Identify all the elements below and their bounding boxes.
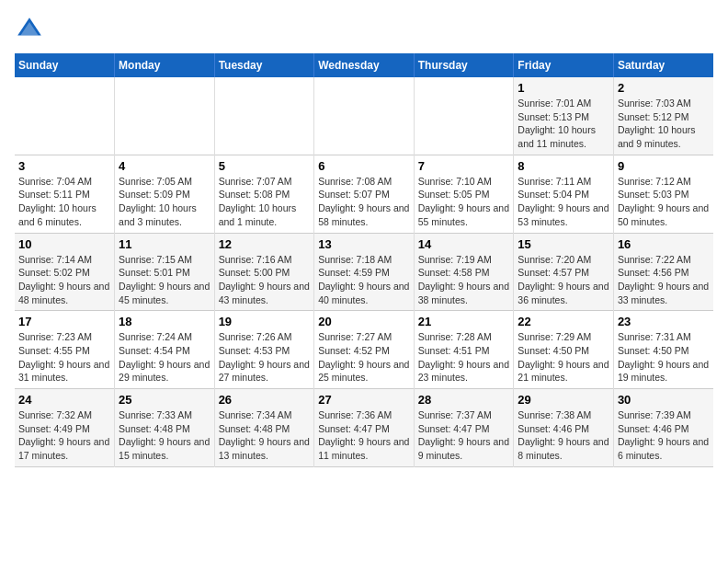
calendar-cell [414, 77, 514, 155]
day-info: Sunrise: 7:29 AM Sunset: 4:50 PM Dayligh… [518, 330, 609, 385]
calendar-week-row: 24Sunrise: 7:32 AM Sunset: 4:49 PM Dayli… [15, 389, 713, 467]
calendar-cell: 22Sunrise: 7:29 AM Sunset: 4:50 PM Dayli… [514, 311, 614, 389]
day-info: Sunrise: 7:08 AM Sunset: 5:07 PM Dayligh… [318, 175, 410, 229]
day-info: Sunrise: 7:36 AM Sunset: 4:47 PM Dayligh… [318, 408, 410, 463]
calendar-body: 1Sunrise: 7:01 AM Sunset: 5:13 PM Daylig… [15, 77, 713, 466]
day-number: 19 [219, 315, 311, 328]
day-info: Sunrise: 7:31 AM Sunset: 4:50 PM Dayligh… [618, 330, 710, 385]
day-number: 9 [618, 159, 710, 173]
day-info: Sunrise: 7:19 AM Sunset: 4:58 PM Dayligh… [418, 253, 510, 307]
calendar-week-row: 10Sunrise: 7:14 AM Sunset: 5:02 PM Dayli… [15, 233, 713, 311]
calendar-cell: 4Sunrise: 7:05 AM Sunset: 5:09 PM Daylig… [115, 155, 215, 233]
day-info: Sunrise: 7:20 AM Sunset: 4:57 PM Dayligh… [518, 253, 609, 307]
calendar-cell: 7Sunrise: 7:10 AM Sunset: 5:05 PM Daylig… [414, 155, 514, 233]
day-number: 23 [618, 315, 710, 328]
calendar-week-row: 3Sunrise: 7:04 AM Sunset: 5:11 PM Daylig… [15, 155, 713, 233]
day-info: Sunrise: 7:26 AM Sunset: 4:53 PM Dayligh… [219, 330, 311, 385]
calendar-cell [115, 77, 215, 155]
calendar-cell: 18Sunrise: 7:24 AM Sunset: 4:54 PM Dayli… [115, 311, 215, 389]
calendar-cell: 19Sunrise: 7:26 AM Sunset: 4:53 PM Dayli… [214, 311, 314, 389]
calendar-cell: 24Sunrise: 7:32 AM Sunset: 4:49 PM Dayli… [15, 389, 115, 467]
day-number: 13 [318, 237, 410, 251]
calendar-cell: 14Sunrise: 7:19 AM Sunset: 4:58 PM Dayli… [414, 233, 514, 311]
calendar-cell: 1Sunrise: 7:01 AM Sunset: 5:13 PM Daylig… [514, 77, 614, 155]
day-number: 30 [618, 393, 710, 407]
day-number: 26 [219, 393, 311, 407]
calendar-cell [15, 77, 115, 155]
logo-icon [15, 15, 44, 44]
day-number: 11 [119, 237, 210, 251]
weekday-header: Monday [115, 53, 215, 77]
day-info: Sunrise: 7:14 AM Sunset: 5:02 PM Dayligh… [18, 253, 110, 307]
day-info: Sunrise: 7:03 AM Sunset: 5:12 PM Dayligh… [618, 97, 710, 151]
day-info: Sunrise: 7:10 AM Sunset: 5:05 PM Dayligh… [418, 175, 510, 229]
calendar-cell: 27Sunrise: 7:36 AM Sunset: 4:47 PM Dayli… [314, 389, 415, 467]
day-info: Sunrise: 7:34 AM Sunset: 4:48 PM Dayligh… [219, 408, 311, 463]
weekday-header: Saturday [613, 53, 713, 77]
weekday-row: SundayMondayTuesdayWednesdayThursdayFrid… [15, 53, 713, 77]
day-number: 17 [18, 315, 110, 328]
calendar-cell: 29Sunrise: 7:38 AM Sunset: 4:46 PM Dayli… [514, 389, 614, 467]
header [15, 15, 713, 44]
day-info: Sunrise: 7:33 AM Sunset: 4:48 PM Dayligh… [119, 408, 210, 463]
day-info: Sunrise: 7:04 AM Sunset: 5:11 PM Dayligh… [18, 175, 110, 229]
calendar-cell: 25Sunrise: 7:33 AM Sunset: 4:48 PM Dayli… [115, 389, 215, 467]
day-number: 25 [119, 393, 210, 407]
weekday-header: Wednesday [314, 53, 415, 77]
day-info: Sunrise: 7:39 AM Sunset: 4:46 PM Dayligh… [618, 408, 710, 463]
day-number: 8 [518, 159, 609, 173]
day-info: Sunrise: 7:12 AM Sunset: 5:03 PM Dayligh… [618, 175, 710, 229]
day-info: Sunrise: 7:01 AM Sunset: 5:13 PM Dayligh… [518, 97, 609, 151]
weekday-header: Thursday [414, 53, 514, 77]
calendar-cell: 20Sunrise: 7:27 AM Sunset: 4:52 PM Dayli… [314, 311, 415, 389]
day-info: Sunrise: 7:32 AM Sunset: 4:49 PM Dayligh… [18, 408, 110, 463]
day-info: Sunrise: 7:37 AM Sunset: 4:47 PM Dayligh… [418, 408, 510, 463]
day-number: 5 [219, 159, 311, 173]
day-number: 29 [518, 393, 609, 407]
calendar-cell: 10Sunrise: 7:14 AM Sunset: 5:02 PM Dayli… [15, 233, 115, 311]
weekday-header: Friday [514, 53, 614, 77]
day-number: 24 [18, 393, 110, 407]
calendar-cell: 30Sunrise: 7:39 AM Sunset: 4:46 PM Dayli… [613, 389, 713, 467]
calendar-cell: 9Sunrise: 7:12 AM Sunset: 5:03 PM Daylig… [613, 155, 713, 233]
calendar-cell: 6Sunrise: 7:08 AM Sunset: 5:07 PM Daylig… [314, 155, 415, 233]
day-info: Sunrise: 7:18 AM Sunset: 4:59 PM Dayligh… [318, 253, 410, 307]
day-number: 28 [418, 393, 510, 407]
calendar-cell [314, 77, 415, 155]
day-number: 21 [418, 315, 510, 328]
day-number: 20 [318, 315, 410, 328]
day-info: Sunrise: 7:16 AM Sunset: 5:00 PM Dayligh… [219, 253, 311, 307]
day-info: Sunrise: 7:28 AM Sunset: 4:51 PM Dayligh… [418, 330, 510, 385]
day-info: Sunrise: 7:27 AM Sunset: 4:52 PM Dayligh… [318, 330, 410, 385]
day-number: 14 [418, 237, 510, 251]
calendar-cell: 8Sunrise: 7:11 AM Sunset: 5:04 PM Daylig… [514, 155, 614, 233]
day-number: 1 [518, 81, 609, 95]
calendar-week-row: 17Sunrise: 7:23 AM Sunset: 4:55 PM Dayli… [15, 311, 713, 389]
calendar-cell: 11Sunrise: 7:15 AM Sunset: 5:01 PM Dayli… [115, 233, 215, 311]
calendar-cell: 3Sunrise: 7:04 AM Sunset: 5:11 PM Daylig… [15, 155, 115, 233]
weekday-header: Tuesday [214, 53, 314, 77]
weekday-header: Sunday [15, 53, 115, 77]
calendar-cell: 26Sunrise: 7:34 AM Sunset: 4:48 PM Dayli… [214, 389, 314, 467]
calendar-cell [214, 77, 314, 155]
day-info: Sunrise: 7:07 AM Sunset: 5:08 PM Dayligh… [219, 175, 311, 229]
day-info: Sunrise: 7:05 AM Sunset: 5:09 PM Dayligh… [119, 175, 210, 229]
calendar-cell: 15Sunrise: 7:20 AM Sunset: 4:57 PM Dayli… [514, 233, 614, 311]
calendar-cell: 12Sunrise: 7:16 AM Sunset: 5:00 PM Dayli… [214, 233, 314, 311]
calendar-week-row: 1Sunrise: 7:01 AM Sunset: 5:13 PM Daylig… [15, 77, 713, 155]
day-info: Sunrise: 7:23 AM Sunset: 4:55 PM Dayligh… [18, 330, 110, 385]
calendar-header: SundayMondayTuesdayWednesdayThursdayFrid… [15, 53, 713, 77]
calendar-cell: 28Sunrise: 7:37 AM Sunset: 4:47 PM Dayli… [414, 389, 514, 467]
day-number: 10 [18, 237, 110, 251]
logo [15, 15, 48, 44]
day-info: Sunrise: 7:38 AM Sunset: 4:46 PM Dayligh… [518, 408, 609, 463]
calendar-table: SundayMondayTuesdayWednesdayThursdayFrid… [15, 53, 713, 467]
day-number: 22 [518, 315, 609, 328]
day-number: 6 [318, 159, 410, 173]
day-info: Sunrise: 7:22 AM Sunset: 4:56 PM Dayligh… [618, 253, 710, 307]
day-info: Sunrise: 7:24 AM Sunset: 4:54 PM Dayligh… [119, 330, 210, 385]
calendar-cell: 16Sunrise: 7:22 AM Sunset: 4:56 PM Dayli… [613, 233, 713, 311]
day-number: 15 [518, 237, 609, 251]
calendar-cell: 5Sunrise: 7:07 AM Sunset: 5:08 PM Daylig… [214, 155, 314, 233]
calendar-cell: 13Sunrise: 7:18 AM Sunset: 4:59 PM Dayli… [314, 233, 415, 311]
